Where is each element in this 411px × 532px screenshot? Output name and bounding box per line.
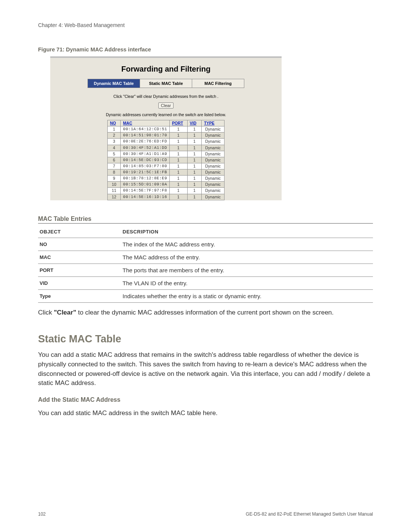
- col-port[interactable]: PORT: [172, 121, 183, 125]
- table-row: MACThe MAC address of the entry.: [38, 251, 373, 264]
- table-row: 1100:14:5E:7F:97:F811Dynamic: [108, 188, 225, 194]
- screenshot-title: Forwarding and Filtering: [50, 65, 282, 73]
- table-row: VIDThe VLAN ID of the entry.: [38, 276, 373, 289]
- col-vid[interactable]: VID: [190, 121, 197, 125]
- static-mac-heading: Static MAC Table: [38, 333, 373, 345]
- page-number: 102: [38, 511, 46, 517]
- table-row: 600:14:5E:DC:93:CD11Dynamic: [108, 157, 225, 163]
- entries-heading: MAC Table Entries: [38, 216, 373, 224]
- table-row: 500:30:4F:A1:D1:A911Dynamic: [108, 151, 225, 157]
- table-row: 700:14:85:03:F7:8011Dynamic: [108, 163, 225, 169]
- tab-static-mac[interactable]: Static MAC Table: [140, 79, 192, 88]
- footer-manual-title: GE-DS-82 and 82-PoE Ethernet Managed Swi…: [246, 511, 373, 517]
- tab-bar: Dynamic MAC Table Static MAC Table MAC F…: [88, 79, 244, 88]
- entries-col-description: DESCRIPTION: [121, 226, 373, 238]
- add-static-para: You can add static MAC address in the sw…: [38, 409, 373, 418]
- table-row: 300:0E:2E:76:ED:FD11Dynamic: [108, 139, 225, 145]
- entries-table: OBJECT DESCRIPTION NOThe index of the MA…: [38, 226, 373, 303]
- clear-bold: "Clear": [54, 309, 76, 316]
- tab-dynamic-mac[interactable]: Dynamic MAC Table: [88, 79, 140, 88]
- mac-address-table: NO MAC PORT VID TYPE 100:1A:64:12:CD:511…: [107, 120, 225, 200]
- screenshot-panel: Forwarding and Filtering Dynamic MAC Tab…: [50, 56, 282, 200]
- table-row: NOThe index of the MAC address entry.: [38, 238, 373, 251]
- add-static-subhead: Add the Static MAC Address: [38, 396, 373, 403]
- clear-instruction: Click "Clear" to clear the dynamic MAC a…: [38, 308, 373, 318]
- table-row: 900:1B:78:12:8E:E911Dynamic: [108, 176, 225, 182]
- col-no[interactable]: NO: [110, 121, 116, 125]
- table-row: PORTThe ports that are members of the en…: [38, 264, 373, 276]
- clear-note: Click "Clear" will clear Dynamic address…: [50, 94, 282, 99]
- table-row: 1000:15:5D:01:09:0A11Dynamic: [108, 182, 225, 188]
- table-row: 400:30:4F:52:A1:DD11Dynamic: [108, 145, 225, 151]
- clear-pre: Click: [38, 309, 54, 316]
- table-row: 200:14:51:98:01:7011Dynamic: [108, 133, 225, 139]
- table-row: 100:1A:64:12:CD:5111Dynamic: [108, 126, 225, 133]
- clear-post: to clear the dynamic MAC addresses infor…: [76, 309, 334, 316]
- figure-caption: Figure 71: Dynamic MAC Address interface: [38, 46, 373, 53]
- table-row: 800:19:21:5C:1E:FB11Dynamic: [108, 169, 225, 176]
- col-mac[interactable]: MAC: [123, 121, 132, 125]
- static-mac-para: You can add a static MAC address that re…: [38, 350, 373, 388]
- chapter-header: Chapter 4: Web-Based Management: [38, 22, 373, 28]
- table-row: 1200:14:5E:16:1D:1611Dynamic: [108, 194, 225, 200]
- entries-col-object: OBJECT: [38, 226, 121, 238]
- page-footer: 102 GE-DS-82 and 82-PoE Ethernet Managed…: [38, 511, 373, 517]
- tab-mac-filtering[interactable]: MAC Filtering: [192, 79, 244, 88]
- learned-note: Dynamic addresses currently learned on t…: [50, 112, 282, 117]
- col-type[interactable]: TYPE: [204, 121, 214, 125]
- clear-button[interactable]: Clear: [158, 102, 174, 109]
- table-row: TypeIndicates whether the entry is a sta…: [38, 289, 373, 302]
